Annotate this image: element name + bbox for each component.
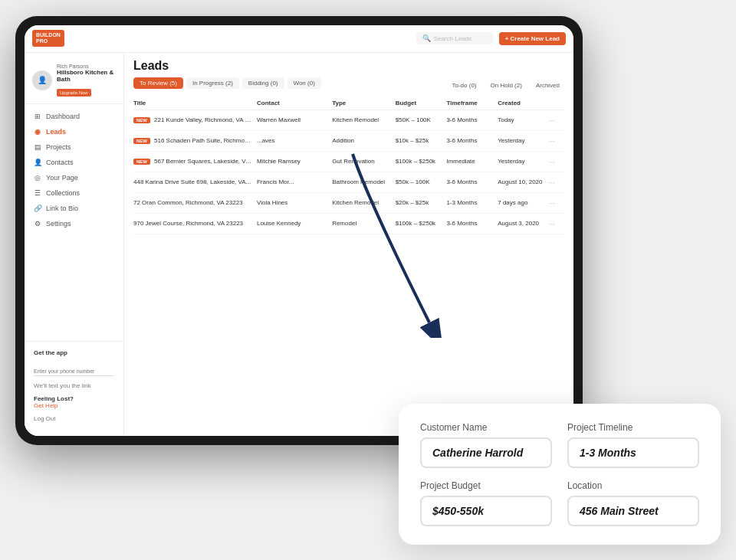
sidebar-bottom: Get the app We'll text you the link Feel… [25,341,123,430]
sidebar-item-contacts[interactable]: 👤 Contacts [25,155,123,170]
projects-icon: ▤ [34,143,41,151]
lead-budget: $50K – 100K [396,116,444,123]
tab-bidding[interactable]: Bidding (0) [242,77,284,89]
lead-contact: Warren Maxwell [257,116,329,123]
lead-contact: Viola Hines [257,199,329,206]
lead-contact: Francis Mor... [257,178,329,185]
scene: BUILDON PRO 🔍 Search Leads + Create New … [15,16,721,545]
project-budget-input[interactable]: $450-550k [420,496,552,526]
upgrade-button[interactable]: Upgrade Now [57,89,91,97]
row-more-button[interactable]: ··· [549,156,564,167]
customer-name-group: Customer Name Catherine Harrold [420,422,552,468]
collections-icon: ☰ [34,189,41,197]
lead-timeframe: 3-6 Months [446,220,495,227]
sms-note: We'll text you the link [25,379,123,392]
lead-badge-new: NEW [133,159,150,165]
lead-title: 448 Karina Drive Suite 698, Lakeside, VA… [133,178,251,185]
form-grid: Customer Name Catherine Harrold Project … [420,422,699,526]
page-title: Leads [133,59,564,73]
sub-tabs: To-do (0) On Hold (2) Archived [448,80,565,91]
tab-to-review[interactable]: To Review (5) [133,77,183,89]
sub-tab-on-hold[interactable]: On Hold (2) [486,80,527,91]
sidebar-item-dashboard[interactable]: ⊞ Dashboard [25,109,123,124]
table-row[interactable]: NEW 221 Kunde Valley, Richmond, VA 23223… [133,110,564,131]
phone-input-area[interactable] [25,359,123,379]
your-page-icon: ◎ [34,174,41,182]
sidebar-item-your-page[interactable]: ◎ Your Page [25,170,123,185]
sidebar-item-collections[interactable]: ☰ Collections [25,185,123,201]
table-row[interactable]: 72 Oran Common, Richmond, VA 23223 Viola… [133,193,564,214]
app-body: 👤 Rich Parsons Hillsboro Kitchen & Bath … [25,53,573,436]
table-row[interactable]: NEW 567 Bernier Squares, Lakeside, VA 23… [133,152,564,172]
customer-name-label: Customer Name [420,422,552,433]
sidebar-item-projects[interactable]: ▤ Projects [25,139,123,155]
col-actions [549,100,564,106]
brand-logo: BUILDON PRO [32,30,64,47]
header-row: To Review (5) In Progress (2) Bidding (0… [133,77,564,93]
col-budget: Budget [396,100,444,106]
customer-name-input[interactable]: Catherine Harrold [420,437,552,468]
table-row[interactable]: 970 Jewel Course, Richmond, VA 23223 Lou… [133,214,564,234]
lead-timeframe: 3-6 Months [446,116,495,123]
sidebar-item-leads[interactable]: ◉ Leads [25,124,123,139]
sidebar: 👤 Rich Parsons Hillsboro Kitchen & Bath … [25,53,124,436]
search-bar[interactable]: 🔍 Search Leads [416,32,493,44]
lead-title: 970 Jewel Course, Richmond, VA 23223 [133,220,243,227]
row-more-button[interactable]: ··· [549,136,564,146]
lead-contact: ...aves [257,137,329,144]
table-row[interactable]: NEW 516 Schaden Path Suite, Richmond, VA… [133,131,564,152]
lead-type: Remodel [332,220,392,227]
search-icon: 🔍 [422,34,431,42]
profile-company: Hillsboro Kitchen & Bath [57,69,116,84]
table-row[interactable]: 448 Karina Drive Suite 698, Lakeside, VA… [133,172,564,193]
sub-tab-archived[interactable]: Archived [531,80,564,91]
row-more-button[interactable]: ··· [549,198,564,208]
location-input[interactable]: 456 Main Street [567,496,699,526]
col-contact: Contact [257,100,329,106]
lead-type: Bathroom Remodel [332,178,392,185]
project-timeline-input[interactable]: 1-3 Months [567,437,699,468]
feeling-lost[interactable]: Feeling Lost? Get Help [25,392,123,412]
link-to-bio-icon: 🔗 [34,205,41,212]
create-new-lead-button[interactable]: + Create New Lead [499,32,566,45]
row-more-button[interactable]: ··· [549,218,564,229]
lead-type: Gut Renovation [332,158,392,165]
col-created: Created [498,100,546,106]
tablet-screen: BUILDON PRO 🔍 Search Leads + Create New … [25,25,573,436]
table-header: Title Contact Type Budget Timeframe Crea… [133,97,564,110]
lead-badge-new: NEW [133,117,150,123]
lead-timeframe: 1-3 Months [446,199,495,206]
tab-won[interactable]: Won (0) [288,77,321,89]
location-group: Location 456 Main Street [567,480,699,526]
row-more-button[interactable]: ··· [549,177,564,188]
lead-timeframe: 3-6 Months [446,137,495,144]
project-budget-group: Project Budget $450-550k [420,480,552,526]
lead-title: 72 Oran Common, Richmond, VA 23223 [133,199,243,206]
tab-in-progress[interactable]: In Progress (2) [186,77,239,89]
lead-title: 516 Schaden Path Suite, Richmond, VA... [154,137,254,144]
dashboard-icon: ⊞ [34,113,41,120]
settings-icon: ⚙ [34,220,41,228]
lead-type: Kitchen Remodel [332,116,392,123]
project-budget-label: Project Budget [420,480,552,491]
form-card: Customer Name Catherine Harrold Project … [399,404,721,545]
lead-timeframe: 3-6 Months [446,178,495,185]
lead-contact: Mitchie Ramsey [257,158,329,165]
row-more-button[interactable]: ··· [549,115,564,126]
sub-tab-todo[interactable]: To-do (0) [448,80,481,91]
app-top-bar: BUILDON PRO 🔍 Search Leads + Create New … [25,25,573,53]
lead-title-cell: NEW 221 Kunde Valley, Richmond, VA 23223 [133,116,254,123]
contacts-icon: 👤 [34,159,41,166]
get-app-label: Get the app [25,346,123,359]
phone-input[interactable] [34,367,114,376]
sidebar-item-settings[interactable]: ⚙ Settings [25,216,123,231]
project-timeline-group: Project Timeline 1-3 Months [567,422,699,468]
lead-title-cell: 448 Karina Drive Suite 698, Lakeside, VA… [133,178,254,185]
profile-user-name: Rich Parsons [57,64,116,69]
avatar: 👤 [32,70,52,90]
log-out[interactable]: Log Out [25,412,123,425]
lead-title-cell: NEW 567 Bernier Squares, Lakeside, VA 23… [133,158,254,165]
sidebar-item-link-to-bio[interactable]: 🔗 Link to Bio [25,201,123,216]
lead-title-cell: 72 Oran Common, Richmond, VA 23223 [133,199,254,206]
lead-timeframe: Immediate [446,158,495,165]
